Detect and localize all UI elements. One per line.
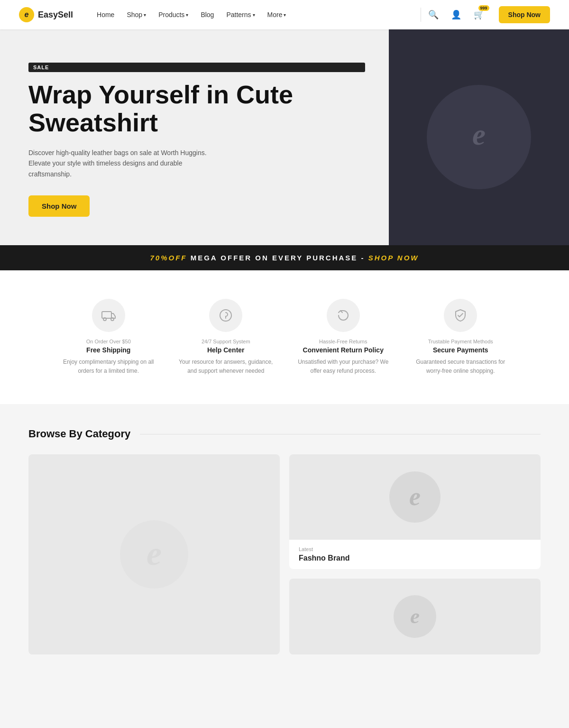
category-logo-icon-2: e bbox=[386, 469, 443, 525]
chevron-down-icon: ▾ bbox=[284, 12, 286, 18]
nav-products[interactable]: Products ▾ bbox=[154, 7, 193, 22]
section-title: Browse By Category bbox=[28, 428, 130, 440]
secure-icon bbox=[444, 299, 477, 332]
categories-section: Browse By Category e e Lates bbox=[0, 404, 569, 678]
feature-secure-payments: Trustable Payment Methods Secure Payment… bbox=[409, 299, 513, 376]
navbar: e EasySell Home Shop ▾ Products ▾ Blog P… bbox=[0, 0, 569, 29]
category-image-2: e bbox=[289, 454, 541, 540]
category-tag-2: Latest bbox=[299, 546, 531, 552]
hero-shop-now-button[interactable]: Shop Now bbox=[28, 195, 90, 217]
feature-returns: Hassle-Free Returns Convenient Return Po… bbox=[292, 299, 395, 376]
svg-point-4 bbox=[220, 310, 231, 321]
feature-desc-payments: Guaranteed secure transactions for worry… bbox=[409, 358, 513, 376]
chevron-down-icon: ▾ bbox=[144, 12, 146, 18]
svg-text:e: e bbox=[409, 482, 421, 511]
svg-text:e: e bbox=[147, 535, 162, 573]
svg-point-2 bbox=[103, 318, 106, 321]
nav-patterns[interactable]: Patterns ▾ bbox=[221, 7, 259, 22]
returns-icon bbox=[327, 299, 360, 332]
nav-divider bbox=[421, 8, 421, 22]
brand-name: EasySell bbox=[38, 10, 73, 20]
cart-badge: 999 bbox=[478, 5, 489, 11]
feature-subtitle-payments: Trustable Payment Methods bbox=[428, 339, 493, 344]
help-icon bbox=[209, 299, 242, 332]
promo-body: MEGA OFFER ON EVERY PURCHASE - bbox=[191, 254, 365, 262]
chevron-down-icon: ▾ bbox=[253, 12, 255, 18]
hero-image: e bbox=[389, 29, 569, 245]
brand-logo[interactable]: e EasySell bbox=[19, 7, 73, 22]
features-section: On Order Over $50 Free Shipping Enjoy co… bbox=[0, 270, 569, 404]
feature-desc-help: Your resource for answers, guidance, and… bbox=[174, 358, 278, 376]
hero-description: Discover high-quality leather bags on sa… bbox=[28, 147, 209, 179]
feature-free-shipping: On Order Over $50 Free Shipping Enjoy co… bbox=[57, 299, 160, 376]
feature-title-shipping: Free Shipping bbox=[86, 346, 130, 354]
category-info-2: Latest Fashno Brand bbox=[289, 540, 541, 569]
features-grid: On Order Over $50 Free Shipping Enjoy co… bbox=[57, 299, 512, 376]
logo-icon: e bbox=[19, 7, 34, 22]
svg-point-3 bbox=[111, 318, 114, 321]
chevron-down-icon: ▾ bbox=[186, 12, 188, 18]
search-button[interactable]: 🔍 bbox=[425, 6, 442, 23]
feature-help-center: 24/7 Support System Help Center Your res… bbox=[174, 299, 278, 376]
category-logo-icon-1: e bbox=[116, 516, 192, 592]
promo-shop-now-link[interactable]: SHOP NOW bbox=[368, 254, 419, 262]
feature-title-payments: Secure Payments bbox=[433, 346, 488, 354]
cart-icon: 🛒 bbox=[474, 9, 484, 20]
feature-title-returns: Convenient Return Policy bbox=[303, 346, 384, 354]
feature-subtitle-help: 24/7 Support System bbox=[202, 339, 250, 344]
nav-blog[interactable]: Blog bbox=[196, 7, 219, 22]
feature-subtitle-shipping: On Order Over $50 bbox=[86, 339, 131, 344]
section-header: Browse By Category bbox=[28, 428, 541, 440]
promo-discount: 70%OFF bbox=[150, 254, 187, 262]
category-image-3: e bbox=[289, 579, 541, 654]
hero-title: Wrap Yourself in Cute Sweatshirt bbox=[28, 81, 365, 137]
search-icon: 🔍 bbox=[428, 9, 439, 20]
hero-placeholder: e bbox=[427, 85, 531, 189]
category-image-1: e bbox=[28, 454, 280, 654]
nav-links: Home Shop ▾ Products ▾ Blog Patterns ▾ M… bbox=[92, 7, 417, 22]
svg-text:e: e bbox=[472, 119, 486, 152]
category-card-3[interactable]: e bbox=[289, 579, 541, 654]
brand-shape-icon: e bbox=[436, 94, 522, 180]
feature-desc-shipping: Enjoy complimentary shipping on all orde… bbox=[57, 358, 160, 376]
nav-shop[interactable]: Shop ▾ bbox=[122, 7, 151, 22]
category-card-1[interactable]: e bbox=[28, 454, 280, 654]
sale-badge: SALE bbox=[28, 63, 365, 72]
cart-wrapper: 🛒 999 bbox=[470, 6, 487, 23]
user-icon: 👤 bbox=[451, 9, 461, 20]
category-logo-icon-3: e bbox=[391, 593, 439, 640]
promo-banner: 70%OFF MEGA OFFER ON EVERY PURCHASE - SH… bbox=[0, 245, 569, 270]
category-card-2[interactable]: e Latest Fashno Brand bbox=[289, 454, 541, 569]
svg-text:e: e bbox=[410, 604, 420, 628]
category-name-2: Fashno Brand bbox=[299, 554, 531, 562]
nav-shop-now-button[interactable]: Shop Now bbox=[499, 6, 550, 23]
shipping-icon bbox=[92, 299, 125, 332]
section-divider bbox=[140, 434, 541, 434]
svg-rect-1 bbox=[102, 312, 111, 318]
nav-home[interactable]: Home bbox=[92, 7, 119, 22]
feature-title-help: Help Center bbox=[207, 346, 245, 354]
feature-subtitle-returns: Hassle-Free Returns bbox=[319, 339, 367, 344]
nav-more[interactable]: More ▾ bbox=[263, 7, 291, 22]
nav-icons: 🔍 👤 🛒 999 Shop Now bbox=[425, 6, 550, 23]
account-button[interactable]: 👤 bbox=[448, 6, 465, 23]
hero-content: SALE Wrap Yourself in Cute Sweatshirt Di… bbox=[0, 29, 389, 245]
hero-section: SALE Wrap Yourself in Cute Sweatshirt Di… bbox=[0, 29, 569, 245]
feature-desc-returns: Unsatisfied with your purchase? We offer… bbox=[292, 358, 395, 376]
categories-grid: e e Latest Fashno Brand bbox=[28, 454, 541, 654]
